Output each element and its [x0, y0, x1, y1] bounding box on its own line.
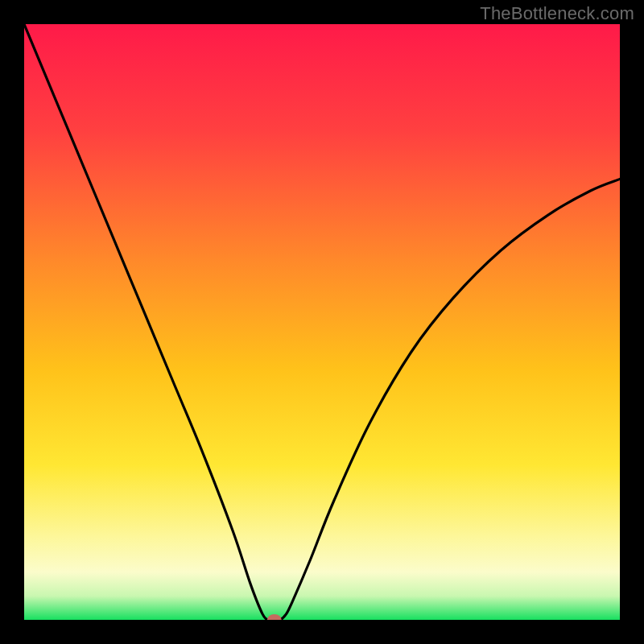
chart-frame: TheBottleneck.com — [0, 0, 644, 644]
plot-area — [24, 24, 620, 620]
watermark-text: TheBottleneck.com — [480, 3, 634, 24]
chart-svg — [24, 24, 620, 620]
